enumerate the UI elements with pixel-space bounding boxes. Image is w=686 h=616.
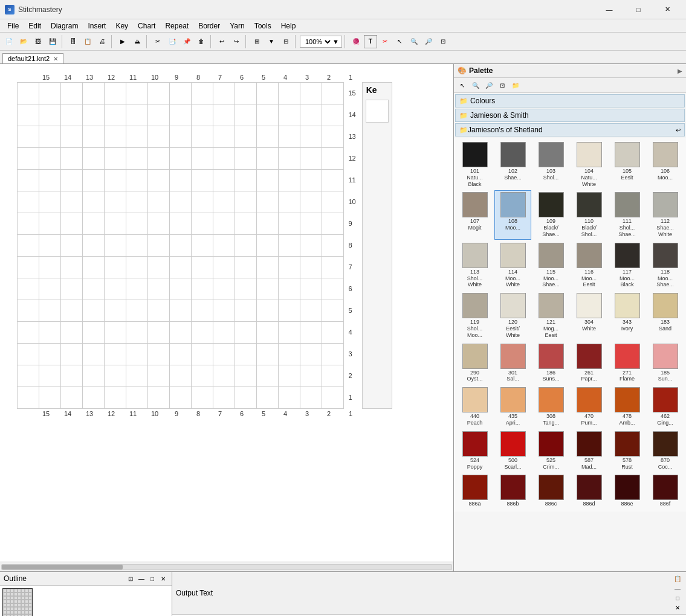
export-button[interactable]: 📋 [81, 35, 94, 48]
palette-zoom-out-btn[interactable]: 🔎 [483, 79, 495, 91]
chart-cell-r2-c10[interactable] [126, 365, 147, 387]
color-item-103[interactable]: 103 Shol... [532, 140, 569, 189]
chart-cell-r14-c9[interactable] [147, 104, 169, 126]
chart-cell-r14-c14[interactable] [39, 104, 60, 126]
chart-cell-r8-c4[interactable] [256, 235, 278, 257]
palette-folder-btn[interactable]: 📁 [510, 79, 522, 91]
color-item-110[interactable]: 110 Black/ Shol... [571, 190, 607, 239]
delete-button[interactable]: 🗑 [195, 35, 208, 48]
chart-cell-r5-c14[interactable] [39, 300, 60, 322]
color-item-886a[interactable]: 886a [456, 473, 493, 509]
chart-cell-r2-c6[interactable] [213, 365, 235, 387]
output-copy-btn[interactable]: 📋 [673, 574, 682, 583]
colours-section[interactable]: 📁 Colours [455, 94, 685, 107]
chart-cell-r1-c7[interactable] [191, 387, 213, 409]
chart-cell-r15-c15[interactable] [17, 83, 39, 104]
chart-cell-r14-c3[interactable] [278, 104, 300, 126]
color-item-111[interactable]: 111 Shol... Shae... [609, 190, 646, 239]
chart-cell-r13-c3[interactable] [278, 126, 300, 148]
chart-cell-r3-c13[interactable] [60, 344, 82, 365]
chart-cell-r1-c2[interactable] [300, 387, 322, 409]
color-item-886f[interactable]: 886f [647, 473, 684, 509]
chart-cell-r5-c15[interactable] [17, 300, 39, 322]
chart-cell-r9-c13[interactable] [60, 213, 82, 235]
chart-cell-r15-c9[interactable] [147, 83, 169, 104]
chart-cell-r9-c8[interactable] [169, 213, 191, 235]
chart-cell-r8-c7[interactable] [191, 235, 213, 257]
chart-cell-r13-c12[interactable] [82, 126, 104, 148]
close-button[interactable]: ✕ [653, 0, 681, 19]
chart-cell-r3-c6[interactable] [213, 344, 235, 365]
color-item-121[interactable]: 121 Mog... Eesit [532, 291, 569, 340]
menu-file[interactable]: File [2, 21, 24, 31]
color-item-104[interactable]: 104 Natu... White [571, 140, 607, 189]
chart-cell-r11-c9[interactable] [147, 170, 169, 191]
chart-cell-r13-c8[interactable] [169, 126, 191, 148]
chart-cell-r10-c4[interactable] [256, 191, 278, 213]
chart-cell-r5-c13[interactable] [60, 300, 82, 322]
undo-button[interactable]: ↩ [215, 35, 228, 48]
chart-cell-r10-c3[interactable] [278, 191, 300, 213]
chart-cell-r10-c9[interactable] [147, 191, 169, 213]
chart-cell-r12-c8[interactable] [169, 148, 191, 170]
chart-cell-r12-c9[interactable] [147, 148, 169, 170]
chart-cell-r15-c14[interactable] [39, 83, 60, 104]
scissors-btn[interactable]: ✂ [378, 35, 392, 48]
color-item-113[interactable]: 113 Shol... White [456, 241, 493, 290]
outline-maximize-btn[interactable]: □ [147, 574, 157, 583]
chart-cell-r6-c11[interactable] [104, 278, 126, 300]
color-item-117[interactable]: 117 Moo... Black [609, 241, 646, 290]
chart-cell-r12-c4[interactable] [256, 148, 278, 170]
chart-cell-r15-c2[interactable] [300, 83, 322, 104]
chart-cell-r5-c1[interactable] [322, 300, 343, 322]
chart-cell-r11-c11[interactable] [104, 170, 126, 191]
chart-cell-r14-c4[interactable] [256, 104, 278, 126]
chart-cell-r10-c2[interactable] [300, 191, 322, 213]
chart-cell-r14-c15[interactable] [17, 104, 39, 126]
chart-cell-r10-c10[interactable] [126, 191, 147, 213]
chart-cell-r9-c7[interactable] [191, 213, 213, 235]
chart-cell-r12-c14[interactable] [39, 148, 60, 170]
chart-cell-r10-c14[interactable] [39, 191, 60, 213]
color-item-101[interactable]: 101 Natu... Black [456, 140, 493, 189]
chart-cell-r8-c15[interactable] [17, 235, 39, 257]
chart-cell-r1-c5[interactable] [235, 387, 256, 409]
chart-cell-r9-c14[interactable] [39, 213, 60, 235]
copy-button[interactable]: 📑 [166, 35, 179, 48]
tab-close-button[interactable]: ✕ [53, 56, 58, 62]
chart-cell-r4-c4[interactable] [256, 322, 278, 344]
tab-default21[interactable]: default21.knt2 ✕ [2, 53, 63, 63]
chart-cell-r3-c1[interactable] [322, 344, 343, 365]
chart-cell-r13-c7[interactable] [191, 126, 213, 148]
chart-cell-r5-c2[interactable] [300, 300, 322, 322]
chart-cell-r5-c12[interactable] [82, 300, 104, 322]
chart-cell-r11-c4[interactable] [256, 170, 278, 191]
chart-cell-r9-c1[interactable] [322, 213, 343, 235]
chart-cell-r10-c13[interactable] [60, 191, 82, 213]
chart-cell-r10-c15[interactable] [17, 191, 39, 213]
chart-cell-r9-c10[interactable] [126, 213, 147, 235]
chart-cell-r11-c13[interactable] [60, 170, 82, 191]
chart-cell-r7-c12[interactable] [82, 257, 104, 278]
chart-cell-r2-c14[interactable] [39, 365, 60, 387]
palette-select-btn[interactable]: ⊡ [496, 79, 508, 91]
chart-cell-r2-c12[interactable] [82, 365, 104, 387]
chart-cell-r7-c5[interactable] [235, 257, 256, 278]
chart-cell-r3-c8[interactable] [169, 344, 191, 365]
color-item-185[interactable]: 185 Sun... [647, 342, 684, 385]
chart-cell-r13-c9[interactable] [147, 126, 169, 148]
color-item-118[interactable]: 118 Moo... Shae... [647, 241, 684, 290]
chart-cell-r6-c6[interactable] [213, 278, 235, 300]
chart-cell-r4-c1[interactable] [322, 322, 343, 344]
chart-cell-r15-c6[interactable] [213, 83, 235, 104]
menu-chart[interactable]: Chart [133, 21, 160, 31]
minimize-button[interactable]: — [595, 0, 623, 19]
chart-cell-r14-c1[interactable] [322, 104, 343, 126]
chart-cell-r14-c8[interactable] [169, 104, 191, 126]
chart-cell-r6-c14[interactable] [39, 278, 60, 300]
chart-cell-r14-c6[interactable] [213, 104, 235, 126]
chart-cell-r4-c9[interactable] [147, 322, 169, 344]
chart-cell-r6-c2[interactable] [300, 278, 322, 300]
color-item-105[interactable]: 105 Eesit [609, 140, 646, 189]
chart-cell-r1-c14[interactable] [39, 387, 60, 409]
